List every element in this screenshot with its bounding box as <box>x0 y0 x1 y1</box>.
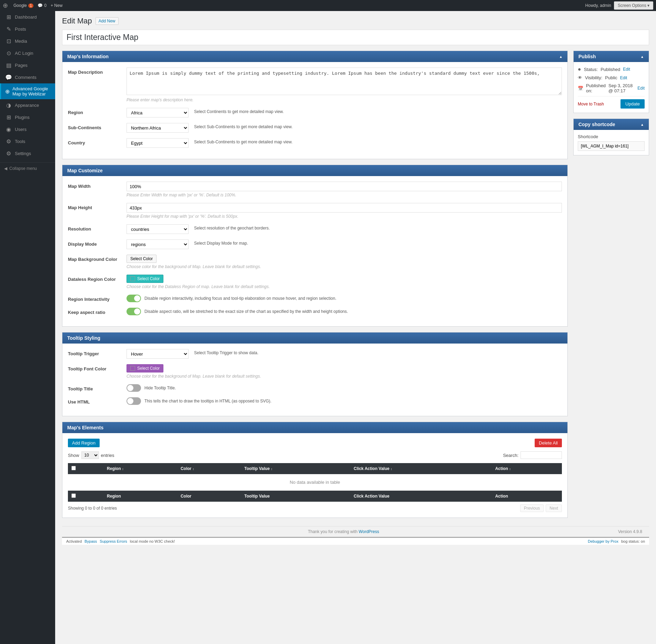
elements-table: Region ↕ Color ↕ Tooltip Value ↕ Click A… <box>68 463 562 502</box>
resolution-select[interactable]: countries provinces metros <box>127 224 189 234</box>
shortcode-input[interactable] <box>578 141 645 151</box>
collapse-menu-button[interactable]: ◀ Collapse menu <box>0 162 55 174</box>
keep-aspect-toggle[interactable] <box>127 308 141 315</box>
region-interactivity-label: Region Interactivity <box>68 295 127 302</box>
collapse-menu-label: Collapse menu <box>9 166 37 171</box>
debug-bypass-link[interactable]: Bypass <box>84 539 97 543</box>
users-icon: ◉ <box>5 126 12 133</box>
sidebar-item-label: Users <box>15 127 27 132</box>
tooltip-trigger-hint: Select Tooltip Trigger to show data. <box>194 350 259 355</box>
sidebar-item-settings[interactable]: ⚙ Settings <box>0 147 55 160</box>
prev-page-button[interactable]: Previous <box>520 504 544 512</box>
map-width-row: Map Width Please Enter Width for map wit… <box>68 182 562 197</box>
use-html-toggle[interactable] <box>127 397 141 405</box>
published-label: Published on: <box>586 83 606 93</box>
foot-tooltip: Tooltip Value <box>241 491 350 502</box>
sidebar-item-tools[interactable]: ⚙ Tools <box>0 135 55 147</box>
region-select[interactable]: Africa Asia Europe Americas Oceania <box>127 108 189 117</box>
resolution-row: Resolution countries provinces metros Se… <box>68 224 562 234</box>
sidebar-item-ac-login[interactable]: ⊙ AC Login <box>0 47 55 59</box>
region-interactivity-slider <box>127 295 141 302</box>
search-input[interactable] <box>521 451 562 459</box>
status-edit-link[interactable]: Edit <box>623 67 630 72</box>
keep-aspect-row: Keep aspect ratio Disable aspect ratio, … <box>68 308 562 315</box>
elements-title: Map's Elements <box>67 425 103 430</box>
publish-collapse-icon[interactable]: ▲ <box>640 55 644 59</box>
region-row: Region Africa Asia Europe Americas Ocean… <box>68 108 562 117</box>
entries-select[interactable]: 10 25 50 100 <box>81 451 99 459</box>
delete-all-button[interactable]: Delete All <box>535 439 562 447</box>
map-width-input[interactable] <box>127 182 562 191</box>
debug-suppress-link[interactable]: Suppress Errors <box>100 539 127 543</box>
select-all-checkbox[interactable] <box>71 466 76 470</box>
update-button[interactable]: Update <box>620 99 645 109</box>
foot-checkbox <box>68 491 103 502</box>
sidebar-item-agm[interactable]: ⊕ Advanced Google Map by Weblizar <box>0 83 55 99</box>
col-color: Color ↕ <box>177 463 241 474</box>
sidebar-item-posts[interactable]: ✎ Posts <box>0 23 55 35</box>
display-mode-select[interactable]: regions markers text <box>127 239 189 249</box>
tooltip-title-row: Tooltip Title Hide Tooltip Title. <box>68 384 562 392</box>
published-date: Sep 3, 2018 @ 07:17 <box>608 83 635 93</box>
country-select[interactable]: Egypt Algeria Morocco Tunisia Libya <box>127 138 189 148</box>
sub-continent-select[interactable]: Northern Africa Southern Africa Eastern … <box>127 123 189 133</box>
sidebar-item-media[interactable]: ⊡ Media <box>0 35 55 47</box>
map-name-input[interactable] <box>62 30 649 45</box>
adminbar-new[interactable]: + New <box>51 3 62 8</box>
tooltip-trigger-select[interactable]: Hover Click None <box>127 349 189 359</box>
shortcode-collapse-icon[interactable]: ▲ <box>640 123 644 126</box>
sidebar-item-plugins[interactable]: ⊞ Plugins <box>0 111 55 123</box>
sidebar-item-users[interactable]: ◉ Users <box>0 123 55 135</box>
screen-options-button[interactable]: Screen Options ▾ <box>614 1 653 10</box>
add-new-button[interactable]: Add New <box>95 17 119 25</box>
visibility-edit-link[interactable]: Edit <box>620 75 627 80</box>
notification-badge: 1 <box>28 3 34 8</box>
add-region-button[interactable]: Add Region <box>68 439 100 447</box>
col-click: Click Action Value ↕ <box>350 463 492 474</box>
region-interactivity-toggle[interactable] <box>127 295 141 302</box>
publish-title: Publish <box>578 54 596 59</box>
adminbar-site[interactable]: Google 1 <box>13 3 33 8</box>
map-info-header: Map's Information ▲ <box>62 51 567 62</box>
adminbar-comments[interactable]: 💬 0 <box>38 3 47 8</box>
foot-select-all[interactable] <box>71 493 76 498</box>
debug-debugger-link[interactable]: Debugger by Prox <box>588 539 618 543</box>
map-width-label: Map Width <box>68 182 127 189</box>
sidebar-item-label: Comments <box>15 75 37 80</box>
calendar-icon: 📅 <box>578 86 583 91</box>
tooltip-title-desc: Hide Tooltip Title. <box>144 386 176 390</box>
map-height-input[interactable] <box>127 203 562 213</box>
next-page-button[interactable]: Next <box>546 504 562 512</box>
tooltip-title-toggle[interactable] <box>127 384 141 392</box>
tooltip-font-color-button[interactable]: Select Color <box>127 364 163 372</box>
sidebar-item-label: Tools <box>15 139 25 144</box>
map-description-textarea[interactable]: Lorem Ipsum is simply dummy text of the … <box>127 68 562 95</box>
comments-icon: 💬 <box>5 74 12 81</box>
resolution-hint: Select resolution of the geochart border… <box>194 226 270 231</box>
dataless-color-swatch <box>130 276 135 281</box>
sidebar: ⊞ Dashboard ✎ Posts ⊡ Media ⊙ AC Login ▤… <box>0 11 55 644</box>
publish-header: Publish ▲ <box>574 51 649 62</box>
sidebar-item-pages[interactable]: ▤ Pages <box>0 59 55 71</box>
dataless-color-label: Dataless Region Color <box>68 275 127 282</box>
display-mode-row: Display Mode regions markers text Select… <box>68 239 562 249</box>
sidebar-item-dashboard[interactable]: ⊞ Dashboard <box>0 11 55 23</box>
display-mode-label: Display Mode <box>68 239 127 247</box>
map-bg-color-button[interactable]: Select Color <box>127 255 157 263</box>
sidebar-item-appearance[interactable]: ◑ Appearance <box>0 99 55 111</box>
map-info-collapse-icon[interactable]: ▲ <box>559 55 563 59</box>
collapse-arrow-icon: ◀ <box>4 166 7 171</box>
trash-link[interactable]: Move to Trash <box>578 102 604 106</box>
sidebar-item-label: Appearance <box>15 103 39 108</box>
tooltip-font-color-row: Tooltip Font Color Select Color Choose c… <box>68 364 562 379</box>
sidebar-item-label: Settings <box>15 151 31 156</box>
col-tooltip: Tooltip Value ↕ <box>241 463 350 474</box>
country-hint: Select Sub-Continents to get more detail… <box>194 140 293 144</box>
footer-wp-link[interactable]: WordPress <box>359 529 379 534</box>
map-description-label: Map Description <box>68 68 127 75</box>
dataless-color-button[interactable]: Select Color <box>127 275 163 283</box>
foot-color: Color <box>177 491 241 502</box>
dataless-color-label-text: Select Color <box>137 276 160 281</box>
sidebar-item-comments[interactable]: 💬 Comments <box>0 71 55 83</box>
published-edit-link[interactable]: Edit <box>637 86 645 91</box>
